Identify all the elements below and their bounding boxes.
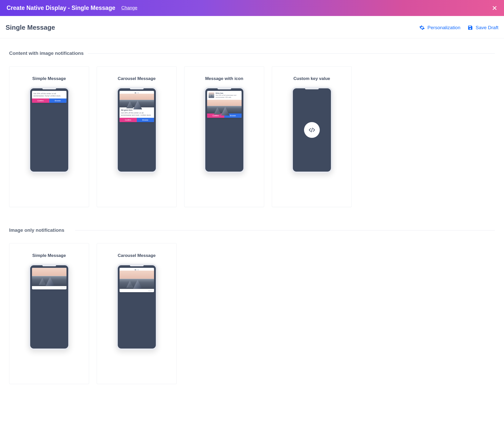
carousel-dots [120, 91, 154, 94]
phone-notch [130, 88, 144, 89]
template-card-carousel-message[interactable]: Carousel Message Ski goes hereGet 20% of… [97, 66, 177, 207]
personalization-button[interactable]: Personalization [419, 25, 460, 30]
phone-preview: now ✕ [29, 264, 70, 350]
blue-cta: Browse [137, 118, 154, 122]
top-bar-left: Create Native Display - Single Message C… [7, 5, 137, 11]
notification-buttons: Confirm Browse [120, 118, 154, 122]
phone-notch [42, 265, 56, 266]
notification-preview: now ✕ [32, 268, 66, 289]
cards-row: Simple Message now ✕ Carousel Message [9, 243, 495, 384]
page-header-title: Create Native Display - Single Message [7, 5, 115, 11]
close-icon[interactable]: ✕ [492, 5, 497, 11]
phone-preview: Ski goes hereGet 20% off this winter on … [116, 87, 157, 173]
header-actions: Personalization Save Draft [419, 25, 498, 30]
card-title: Custom key value [293, 76, 330, 81]
phone-preview: White SaleGet 10% off all winterwear and… [204, 87, 245, 173]
template-card-message-with-icon[interactable]: Message with icon White SaleGet 10% off … [184, 66, 264, 207]
notification-preview: White SaleGet 10% off all winterwear and… [207, 91, 242, 118]
template-card-image-simple-message[interactable]: Simple Message now ✕ [9, 243, 89, 384]
phone-preview: now ✕ [116, 264, 157, 350]
notification-preview: now ✕ [120, 268, 154, 292]
gear-icon [419, 25, 425, 30]
carousel-dots [120, 268, 154, 271]
content-area: Content with image notifications Simple … [0, 38, 504, 417]
phone-notch [217, 88, 231, 89]
template-card-simple-message[interactable]: Simple Message Get 25% off this winter o… [9, 66, 89, 207]
save-draft-button[interactable]: Save Draft [467, 25, 498, 30]
phone-preview [291, 87, 332, 173]
section-image-only: Image only notifications Simple Message … [9, 227, 495, 384]
phone-notch [42, 88, 56, 89]
svg-line-0 [311, 128, 312, 132]
mountain-image [120, 271, 154, 289]
pink-cta: Confirm [32, 98, 49, 103]
thumbnail-icon [209, 92, 214, 98]
mountain-image [32, 268, 66, 286]
notification-text: Get 25% off this winter on all womenswea… [32, 91, 66, 98]
icon-header: White SaleGet 10% off all winterwear and… [207, 91, 242, 100]
section-content-with-image: Content with image notifications Simple … [9, 51, 495, 207]
blue-cta: Browse [49, 98, 66, 103]
code-icon [309, 127, 315, 133]
mountain-image [120, 94, 154, 107]
mountain-image [207, 100, 242, 113]
card-title: Simple Message [32, 253, 66, 258]
phone-notch [130, 265, 144, 266]
sub-header: Single Message Personalization Save Draf… [0, 16, 504, 38]
section-title: Content with image notifications [9, 51, 495, 56]
code-circle [304, 122, 320, 138]
template-card-custom-key-value[interactable]: Custom key value [272, 66, 352, 207]
card-title: Simple Message [32, 76, 66, 81]
personalization-label: Personalization [427, 25, 460, 30]
card-title: Carousel Message [118, 76, 156, 81]
notification-buttons: Confirm Browse [32, 98, 66, 103]
page-title: Single Message [6, 24, 55, 31]
phone-preview: Get 25% off this winter on all womenswea… [29, 87, 70, 173]
change-link[interactable]: Change [121, 5, 137, 11]
notification-footer: now ✕ [120, 289, 154, 292]
cards-row: Simple Message Get 25% off this winter o… [9, 66, 495, 207]
card-title: Message with icon [205, 76, 243, 81]
top-bar: Create Native Display - Single Message C… [0, 0, 504, 16]
notification-footer: now ✕ [32, 286, 66, 289]
card-title: Carousel Message [118, 253, 156, 258]
save-icon [467, 25, 473, 30]
notification-preview: Get 25% off this winter on all womenswea… [32, 91, 66, 103]
template-card-image-carousel-message[interactable]: Carousel Message now ✕ [97, 243, 177, 384]
icon-meta-text: White SaleGet 10% off all winterwear and… [216, 92, 240, 98]
section-title: Image only notifications [9, 227, 495, 233]
phone-notch [305, 88, 319, 89]
pink-cta: Confirm [120, 118, 137, 122]
notification-preview: Ski goes hereGet 20% off this winter on … [120, 91, 154, 122]
save-draft-label: Save Draft [476, 25, 498, 30]
